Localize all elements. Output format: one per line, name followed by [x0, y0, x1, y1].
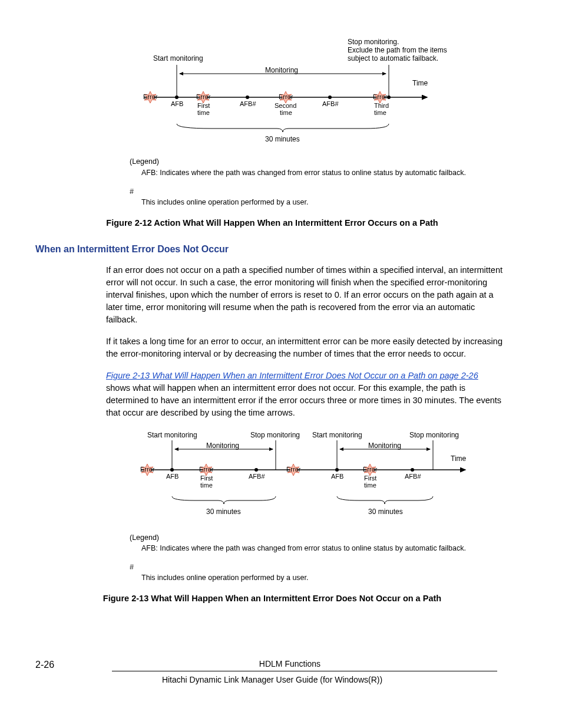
legend-2: (Legend) AFB: Indicates where the path w… — [130, 532, 509, 584]
d1-start-label: Start monitoring — [153, 54, 203, 62]
svg-text:Third: Third — [374, 102, 389, 109]
svg-point-35 — [170, 468, 174, 472]
legend-1: (Legend) AFB: Indicates where the path w… — [130, 156, 509, 207]
figure-2-12-caption: Figure 2-12 Action What Will Happen When… — [100, 217, 444, 229]
svg-text:Error: Error — [286, 466, 301, 473]
svg-text:AFB#: AFB# — [322, 100, 339, 107]
svg-text:time: time — [374, 109, 386, 116]
svg-text:AFB: AFB — [171, 100, 183, 107]
svg-text:First: First — [200, 475, 213, 482]
svg-text:Stop monitoring: Stop monitoring — [409, 431, 459, 439]
svg-text:Error: Error — [196, 93, 211, 100]
paragraph-3: Figure 2-13 What Will Happen When an Int… — [106, 370, 503, 419]
paragraph-1: If an error does not occur on a path a s… — [106, 264, 503, 326]
svg-text:30 minutes: 30 minutes — [206, 508, 241, 516]
svg-text:Stop monitoring: Stop monitoring — [250, 431, 300, 439]
svg-point-38 — [411, 468, 414, 472]
d1-duration-label: 30 minutes — [265, 135, 300, 143]
figure-2-12-diagram: Stop monitoring. Exclude the path from t… — [130, 35, 509, 150]
d1-subject-label: subject to automatic failback. — [348, 54, 438, 62]
d1-time-label: Time — [412, 79, 428, 87]
footer-title: HDLM Functions — [71, 658, 509, 670]
svg-text:time: time — [364, 482, 376, 489]
figure-2-13-diagram: Start monitoring Stop monitoring Start m… — [130, 429, 509, 526]
svg-text:time: time — [200, 482, 213, 489]
d1-monitoring-label: Monitoring — [265, 66, 298, 74]
svg-text:AFB#: AFB# — [240, 100, 256, 107]
svg-text:time: time — [197, 109, 210, 116]
svg-text:Error: Error — [279, 93, 293, 100]
svg-point-7 — [387, 95, 391, 99]
svg-text:AFB: AFB — [331, 473, 343, 480]
svg-text:AFB: AFB — [166, 473, 178, 480]
footer-subtitle: Hitachi Dynamic Link Manager User Guide … — [35, 674, 509, 686]
page-footer: 2-26 HDLM Functions Hitachi Dynamic Link… — [35, 658, 509, 686]
svg-text:Error: Error — [143, 93, 158, 100]
d1-stop-label: Stop monitoring. — [348, 38, 399, 46]
svg-text:Start monitoring: Start monitoring — [312, 431, 362, 439]
svg-text:time: time — [280, 109, 292, 116]
svg-text:First: First — [197, 102, 210, 109]
figure-2-13-caption: Figure 2-13 What Will Happen When an Int… — [100, 592, 444, 605]
svg-text:Error: Error — [140, 466, 155, 473]
svg-point-36 — [254, 468, 258, 472]
section-heading: When an Intermittent Error Does Not Occu… — [35, 242, 509, 256]
figure-2-13-link[interactable]: Figure 2-13 What Will Happen When an Int… — [106, 371, 478, 380]
svg-text:Monitoring: Monitoring — [206, 442, 239, 450]
svg-text:30 minutes: 30 minutes — [368, 508, 403, 516]
svg-point-4 — [175, 95, 178, 99]
svg-text:AFB#: AFB# — [249, 473, 265, 480]
svg-text:Monitoring: Monitoring — [368, 442, 401, 450]
svg-text:Second: Second — [275, 102, 296, 109]
svg-text:Start monitoring: Start monitoring — [147, 431, 197, 439]
svg-text:Time: Time — [451, 454, 467, 463]
svg-text:Error: Error — [363, 466, 378, 473]
svg-point-5 — [246, 95, 249, 99]
svg-point-6 — [328, 95, 332, 99]
svg-text:Error: Error — [199, 466, 214, 473]
svg-point-37 — [335, 468, 339, 472]
d1-exclude-label: Exclude the path from the items — [348, 46, 447, 54]
paragraph-2: If it takes a long time for an error to … — [106, 335, 503, 360]
svg-text:AFB#: AFB# — [405, 473, 421, 480]
svg-text:Error: Error — [373, 93, 388, 100]
page-number: 2-26 — [35, 658, 54, 671]
svg-text:First: First — [364, 475, 376, 482]
